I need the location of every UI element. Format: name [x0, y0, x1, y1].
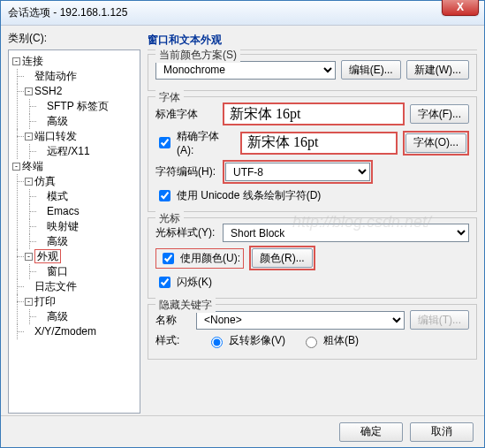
encoding-select[interactable]: UTF-8 [225, 163, 370, 181]
close-icon: X [457, 1, 464, 13]
tree-node-emulation[interactable]: 仿真 [34, 175, 56, 187]
window-title: 会话选项 - 192.168.1.125 [8, 5, 127, 20]
cursor-color-button[interactable]: 颜色(R)... [252, 248, 313, 268]
tree-node-adv3[interactable]: 高级 [47, 310, 68, 323]
std-font-button[interactable]: 字体(F)... [410, 104, 469, 124]
tree-node-emacs[interactable]: Emacs [47, 205, 80, 217]
bold-radio[interactable] [306, 337, 317, 348]
blink-checkbox[interactable] [159, 277, 171, 288]
ok-button[interactable]: 确定 [339, 422, 403, 442]
toggle-icon[interactable]: - [25, 133, 33, 140]
tree-node-ssh2[interactable]: SSH2 [34, 85, 62, 97]
tree-node-login[interactable]: 登陆动作 [34, 70, 77, 82]
toggle-icon[interactable]: - [25, 298, 33, 306]
category-label: 类别(C): [8, 31, 140, 46]
scheme-select[interactable]: Monochrome [155, 61, 336, 80]
cancel-button[interactable]: 取消 [410, 422, 474, 442]
scheme-edit-button[interactable]: 编辑(E)... [341, 60, 401, 80]
tree-node-portfwd[interactable]: 端口转发 [34, 130, 77, 142]
tree-node-terminal[interactable]: 终端 [22, 160, 43, 172]
tree-node-xyz[interactable]: X/Y/Zmodem [34, 325, 96, 338]
inverse-radio[interactable] [211, 337, 223, 348]
use-color-check[interactable]: 使用颜色(U): [159, 250, 240, 267]
keyword-name-label: 名称 [155, 313, 191, 328]
tree-node-keymap[interactable]: 映射键 [47, 220, 79, 232]
close-button[interactable]: X [442, 0, 479, 16]
font-legend: 字体 [155, 90, 184, 105]
tree-node-window[interactable]: 窗口 [47, 265, 68, 277]
toggle-icon[interactable]: - [12, 57, 20, 65]
bold-radio-label[interactable]: 粗体(B) [301, 333, 359, 348]
inverse-radio-label[interactable]: 反转影像(V) [207, 333, 285, 348]
tree-node-print[interactable]: 打印 [34, 295, 56, 308]
toggle-icon[interactable]: - [25, 253, 33, 261]
keyword-legend: 隐藏关键字 [155, 298, 216, 313]
toggle-icon[interactable]: - [25, 87, 33, 95]
titlebar[interactable]: 会话选项 - 192.168.1.125 X [1, 1, 484, 26]
scheme-group: 当前颜色方案(S) Monochrome 编辑(E)... 新建(W)... [148, 54, 477, 91]
dialog-footer: 确定 取消 [1, 415, 484, 447]
toggle-icon[interactable]: - [25, 178, 33, 186]
keyword-style-label: 样式: [155, 333, 191, 348]
dialog-window: 会话选项 - 192.168.1.125 X 类别(C): -连接 登陆动作 -… [0, 0, 485, 448]
std-font-label: 标准字体 [155, 107, 217, 122]
category-tree[interactable]: -连接 登陆动作 -SSH2 SFTP 标签页 高级 -端口转发 [8, 49, 140, 414]
font-group: 字体 标准字体 新宋体 16pt 字体(F)... 精确字体(A): 新宋体 1… [148, 96, 477, 212]
tree-node-sftp[interactable]: SFTP 标签页 [47, 100, 109, 112]
encoding-label: 字符编码(H): [155, 164, 217, 179]
use-color-checkbox[interactable] [163, 253, 174, 264]
unicode-lines-checkbox[interactable] [159, 190, 171, 201]
cursor-group: 光标 光标样式(Y): Short Block 使用颜色(U): 颜色(R)..… [148, 217, 477, 299]
tree-node-adv2[interactable]: 高级 [47, 235, 68, 247]
precise-font-button[interactable]: 字体(O)... [405, 133, 466, 153]
cursor-legend: 光标 [155, 211, 184, 226]
precise-font-checkbox[interactable] [159, 137, 171, 148]
scheme-new-button[interactable]: 新建(W)... [406, 60, 469, 80]
client-area: 类别(C): -连接 登陆动作 -SSH2 SFTP 标签页 高级 [1, 26, 484, 415]
settings-panel: 窗口和文本外观 当前颜色方案(S) Monochrome 编辑(E)... 新建… [148, 31, 477, 415]
keyword-group: 隐藏关键字 名称 <None> 编辑(T)... 样式: 反转影像(V) 粗体(… [148, 304, 477, 360]
unicode-lines-check[interactable]: 使用 Unicode 线条绘制字符(D) [155, 187, 469, 204]
keyword-name-select[interactable]: <None> [196, 311, 405, 330]
cursor-style-label: 光标样式(Y): [155, 225, 217, 240]
std-font-display: 新宋体 16pt [223, 103, 405, 125]
tree-node-appearance[interactable]: 外观 [34, 249, 61, 263]
keyword-edit-button: 编辑(T)... [410, 310, 469, 330]
blink-check[interactable]: 闪烁(K) [155, 274, 469, 291]
tree-node-remote[interactable]: 远程/X11 [47, 145, 90, 157]
category-panel: 类别(C): -连接 登陆动作 -SSH2 SFTP 标签页 高级 [8, 31, 140, 415]
scheme-legend: 当前颜色方案(S) [155, 48, 240, 63]
cursor-style-select[interactable]: Short Block [223, 224, 469, 242]
toggle-icon[interactable]: - [12, 163, 20, 171]
tree-node-logfile[interactable]: 日志文件 [34, 280, 77, 292]
tree-node-advanced[interactable]: 高级 [47, 115, 68, 127]
precise-font-display: 新宋体 16pt [240, 132, 398, 155]
precise-font-check[interactable]: 精确字体(A): [155, 129, 235, 156]
tree-node-connect[interactable]: 连接 [22, 55, 43, 67]
tree-node-mode[interactable]: 模式 [47, 190, 68, 202]
